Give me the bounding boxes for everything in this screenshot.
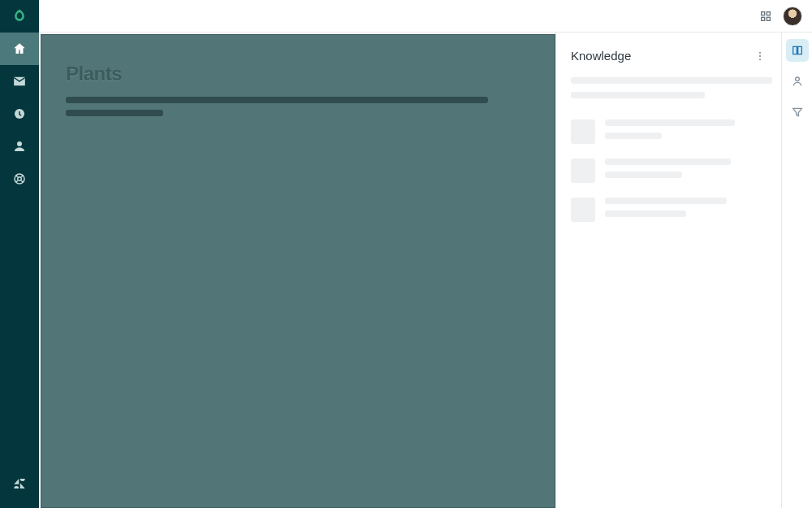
workspace-title: Plants <box>66 63 530 85</box>
knowledge-skeleton-item <box>571 158 767 185</box>
svg-rect-5 <box>767 11 770 15</box>
apps-grid-icon[interactable] <box>758 9 773 24</box>
nav-person[interactable] <box>0 130 39 163</box>
skeleton-line <box>605 198 727 204</box>
svg-point-9 <box>759 55 761 57</box>
knowledge-skeleton-item <box>571 119 767 145</box>
workspace-skeleton-line <box>66 110 163 116</box>
nav-clock[interactable] <box>0 98 39 130</box>
svg-rect-6 <box>762 17 765 20</box>
nav-sidebar <box>0 0 39 508</box>
svg-point-1 <box>17 141 22 146</box>
svg-point-3 <box>18 177 22 181</box>
skeleton-line <box>571 92 705 98</box>
skeleton-line <box>605 119 735 126</box>
knowledge-skeleton-item <box>571 198 767 224</box>
skeleton-thumb <box>571 158 595 183</box>
nav-home[interactable] <box>0 33 39 65</box>
nav-lifebuoy[interactable] <box>0 163 39 195</box>
skeleton-line <box>605 211 686 217</box>
knowledge-panel: Knowledge <box>555 33 781 508</box>
user-avatar[interactable] <box>783 7 802 26</box>
skeleton-line <box>571 77 772 84</box>
workspace-skeleton-line <box>66 97 488 103</box>
skeleton-thumb <box>571 119 595 144</box>
main: Plants Knowledge <box>39 0 812 508</box>
skeleton-line <box>605 172 682 178</box>
nav-mail[interactable] <box>0 65 39 98</box>
app-logo-icon <box>0 0 39 33</box>
svg-point-8 <box>759 51 761 53</box>
top-header <box>39 0 812 33</box>
svg-rect-7 <box>767 17 770 20</box>
right-rail <box>781 33 812 508</box>
knowledge-skeleton-top <box>571 77 767 106</box>
rail-knowledge-icon[interactable] <box>786 39 809 62</box>
svg-point-10 <box>759 59 761 60</box>
more-vertical-icon[interactable] <box>754 50 767 63</box>
svg-point-11 <box>795 77 799 81</box>
nav-zendesk-icon[interactable] <box>0 467 39 500</box>
rail-user-icon[interactable] <box>786 70 809 93</box>
svg-rect-4 <box>762 11 765 15</box>
skeleton-line <box>605 132 662 139</box>
skeleton-thumb <box>571 198 595 222</box>
skeleton-line <box>605 158 731 165</box>
knowledge-title: Knowledge <box>571 49 631 63</box>
workspace-panel: Plants <box>41 34 555 508</box>
rail-filter-icon[interactable] <box>786 101 809 124</box>
